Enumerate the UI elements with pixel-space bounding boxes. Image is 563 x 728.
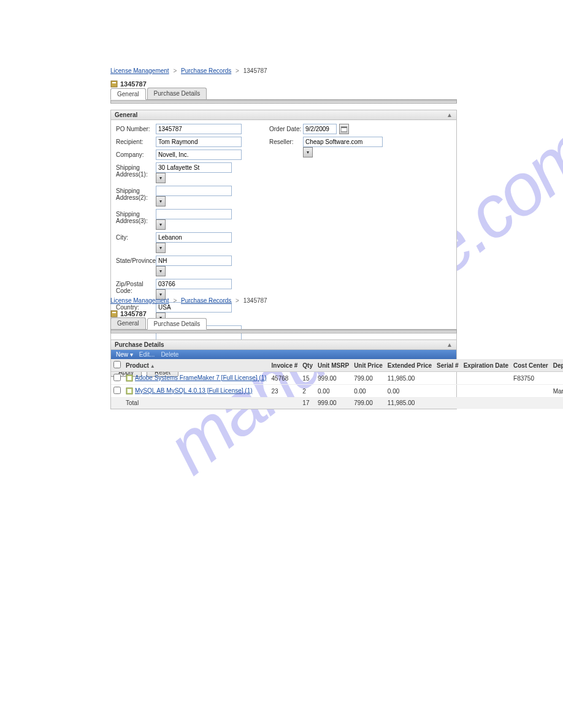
col-ext-price[interactable]: Extended Price: [385, 359, 434, 372]
sort-asc-icon: ▲: [150, 363, 155, 369]
breadcrumb-link-1[interactable]: License Management: [110, 297, 169, 304]
svg-rect-3: [341, 127, 347, 128]
breadcrumb-sep: >: [173, 67, 177, 74]
company-field[interactable]: [156, 150, 242, 160]
breadcrumb-sep: >: [173, 297, 177, 304]
breadcrumb: License Management > Purchase Records > …: [110, 297, 457, 304]
label-zip: Zip/Postal Code:: [116, 279, 156, 294]
tab-gradient-bar: [110, 330, 457, 333]
collapse-icon[interactable]: ▲: [446, 341, 453, 348]
cell-price: 799.00: [351, 372, 385, 385]
col-unit-price[interactable]: Unit Price: [351, 359, 385, 372]
label-recipient: Recipient:: [116, 137, 156, 145]
collapse-icon[interactable]: ▲: [446, 112, 453, 118]
cell-msrp: 999.00: [315, 372, 351, 385]
svg-rect-9: [128, 389, 131, 393]
ship3-field[interactable]: [156, 209, 232, 219]
svg-rect-1: [112, 82, 116, 83]
cell-qty: 15: [300, 372, 315, 385]
breadcrumb-sep: >: [236, 67, 239, 74]
breadcrumb: License Management > Purchase Records > …: [110, 67, 457, 74]
svg-rect-7: [128, 376, 131, 380]
cell-ext: 0.00: [385, 385, 434, 398]
col-serial[interactable]: Serial #: [434, 359, 461, 372]
cell-serial: [434, 385, 461, 398]
edit-button[interactable]: Edit...: [139, 351, 155, 358]
table-total-row: Total17999.00799.0011,985.00: [111, 398, 563, 409]
cell-serial: [434, 372, 461, 385]
row-checkbox[interactable]: [113, 387, 121, 394]
select-all-checkbox[interactable]: [113, 361, 121, 368]
recipient-field[interactable]: [156, 137, 242, 147]
col-check: [111, 359, 123, 372]
col-dept[interactable]: Department: [551, 359, 563, 372]
cell-cc: F83750: [511, 372, 551, 385]
total-ext: 11,985.00: [385, 398, 434, 409]
cell-price: 0.00: [351, 385, 385, 398]
dropdown-icon[interactable]: ▾: [156, 173, 166, 183]
breadcrumb-link-2[interactable]: Purchase Records: [181, 297, 231, 304]
purchase-details-table: Product▲ Invoice # Qty Unit MSRP Unit Pr…: [111, 359, 563, 409]
cell-invoice: 23: [269, 385, 301, 398]
cell-dept: [551, 372, 563, 385]
row-checkbox[interactable]: [113, 374, 121, 381]
record-icon: [110, 80, 118, 88]
calendar-icon[interactable]: [339, 124, 349, 134]
zip-field[interactable]: [156, 279, 232, 289]
city-field[interactable]: [156, 232, 232, 243]
ship1-field[interactable]: [156, 162, 232, 173]
record-icon: [110, 310, 118, 317]
reseller-field[interactable]: [303, 137, 383, 147]
dropdown-icon[interactable]: ▾: [156, 196, 166, 207]
breadcrumb-current: 1345787: [243, 67, 267, 74]
page-title: 1345787: [120, 80, 147, 88]
total-price: 799.00: [351, 398, 385, 409]
col-unit-msrp[interactable]: Unit MSRP: [315, 359, 351, 372]
purchase-details-panel: Purchase Details ▲ New ▾ Edit... Delete …: [110, 339, 457, 409]
col-invoice[interactable]: Invoice #: [269, 359, 301, 372]
col-cc[interactable]: Cost Center: [511, 359, 551, 372]
cell-qty: 2: [300, 385, 315, 398]
dropdown-icon[interactable]: ▾: [156, 266, 166, 276]
delete-button[interactable]: Delete: [161, 351, 178, 358]
tab-gradient-bar: [110, 100, 457, 104]
col-qty[interactable]: Qty: [300, 359, 315, 372]
table-row: MySQL AB MySQL 4.0.13 [Full License] (1)…: [111, 385, 563, 398]
state-field[interactable]: [156, 256, 232, 266]
panel-title: Purchase Details: [115, 341, 164, 348]
breadcrumb-link-2[interactable]: Purchase Records: [181, 67, 231, 74]
label-company: Company:: [116, 150, 156, 158]
tab-purchase-details[interactable]: Purchase Details: [147, 318, 207, 330]
label-ship2: Shipping Address(2):: [116, 186, 156, 201]
cell-exp: [461, 385, 511, 398]
dropdown-icon[interactable]: ▾: [156, 243, 166, 253]
dropdown-icon[interactable]: ▾: [303, 147, 313, 157]
label-ship1: Shipping Address(1):: [116, 162, 156, 178]
cell-exp: [461, 372, 511, 385]
label-reseller: Reseller:: [269, 137, 303, 145]
total-label: Total: [123, 398, 269, 409]
label-po-number: PO Number:: [116, 124, 156, 132]
product-link[interactable]: Adobe Systems FrameMaker 7 [Full License…: [135, 374, 267, 381]
cell-cc: [511, 385, 551, 398]
ship2-field[interactable]: [156, 186, 232, 196]
cell-msrp: 0.00: [315, 385, 351, 398]
table-row: Adobe Systems FrameMaker 7 [Full License…: [111, 372, 563, 385]
product-link[interactable]: MySQL AB MySQL 4.0.13 [Full License] (1): [135, 387, 253, 394]
panel-title: General: [115, 112, 137, 118]
col-product[interactable]: Product▲: [123, 359, 269, 372]
breadcrumb-link-1[interactable]: License Management: [110, 67, 169, 74]
page-title: 1345787: [120, 310, 147, 317]
svg-rect-5: [112, 312, 116, 313]
new-button[interactable]: New ▾: [116, 351, 133, 358]
order-date-field[interactable]: [303, 124, 337, 134]
dropdown-icon[interactable]: ▾: [156, 219, 166, 230]
tab-general[interactable]: General: [110, 317, 146, 329]
po-number-field[interactable]: [156, 124, 242, 134]
svg-rect-4: [111, 311, 117, 317]
tab-purchase-details[interactable]: Purchase Details: [147, 88, 207, 99]
breadcrumb-current: 1345787: [243, 297, 267, 304]
section-purchase-details: License Management > Purchase Records > …: [110, 297, 457, 409]
tab-general[interactable]: General: [110, 88, 146, 100]
col-exp[interactable]: Expiration Date: [461, 359, 511, 372]
